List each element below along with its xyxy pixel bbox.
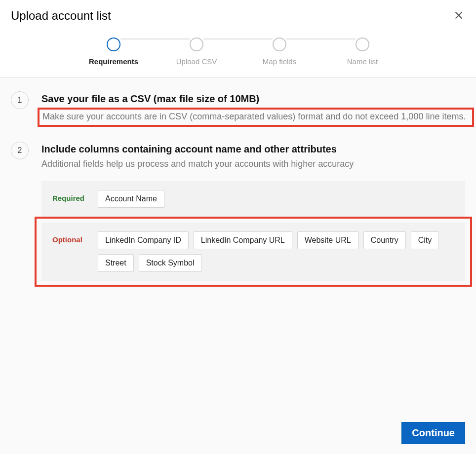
chip-website-url: Website URL [297,231,358,249]
step-name-list[interactable]: Name list [356,38,369,51]
step-connector [286,38,356,39]
chip-street: Street [98,254,134,272]
stepper: Requirements Upload CSV Map fields Name … [11,38,465,51]
requirement-number: 2 [11,142,29,159]
step-upload-csv[interactable]: Upload CSV [190,38,203,51]
requirement-title: Save your file as a CSV (max file size o… [41,93,465,105]
required-fields-row: Required Account Name [41,181,465,217]
close-icon [453,10,464,21]
close-button[interactable] [452,9,465,22]
step-connector [120,38,190,39]
highlight-annotation: Optional LinkedIn Company ID LinkedIn Co… [35,217,472,287]
step-requirements[interactable]: Requirements [107,38,120,51]
requirement-description: Additional fields help us process and ma… [41,158,465,170]
step-label: Upload CSV [176,57,217,66]
modal-header: Upload account list Requirements Upload … [0,0,476,77]
step-label: Map fields [263,57,296,66]
requirement-description: Make sure your accounts are in CSV (comm… [42,111,469,123]
highlight-annotation: Make sure your accounts are in CSV (comm… [38,108,474,127]
step-label: Requirements [89,57,138,66]
modal-title: Upload account list [11,9,111,23]
requirement-title: Include columns containing account name … [41,144,465,155]
chip-account-name: Account Name [98,190,164,208]
chip-linkedin-company-id: LinkedIn Company ID [98,231,189,249]
chip-linkedin-company-url: LinkedIn Company URL [194,231,292,249]
requirement-2: 2 Include columns containing account nam… [11,142,465,287]
content-area: 1 Save your file as a CSV (max file size… [0,77,476,315]
optional-fields-row: Optional LinkedIn Company ID LinkedIn Co… [41,223,465,281]
continue-button[interactable]: Continue [401,422,465,444]
requirement-number: 1 [11,91,29,109]
step-circle-icon [107,38,120,51]
chip-city: City [411,231,439,249]
step-map-fields[interactable]: Map fields [273,38,286,51]
step-circle-icon [273,38,286,51]
step-connector [203,38,273,39]
chip-country: Country [363,231,406,249]
required-label: Required [52,194,94,202]
chip-stock-symbol: Stock Symbol [139,254,202,272]
step-circle-icon [190,38,203,51]
step-circle-icon [356,38,369,51]
requirement-1: 1 Save your file as a CSV (max file size… [11,91,465,127]
footer: Continue [401,422,465,444]
step-label: Name list [347,57,378,66]
optional-label: Optional [52,235,94,244]
